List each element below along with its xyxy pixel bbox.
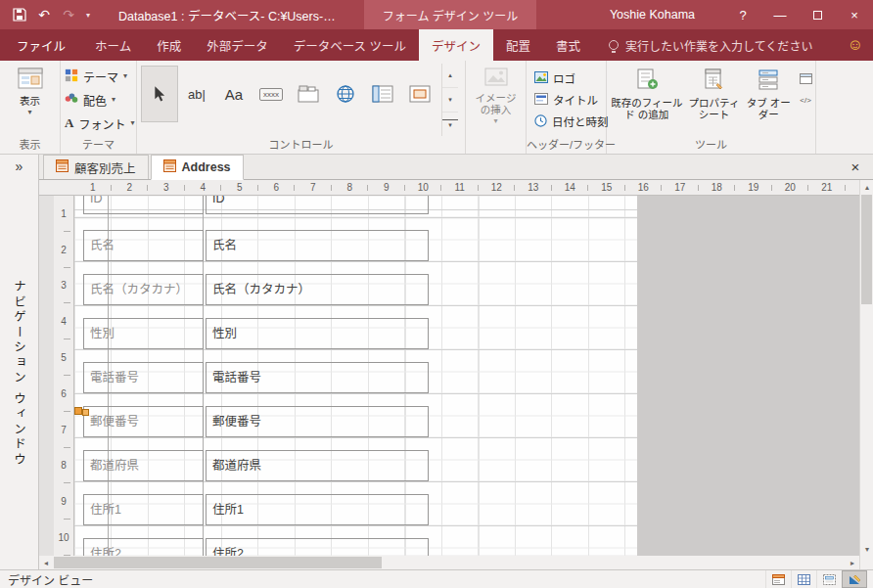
themes-button[interactable]: テーマ ▾ — [61, 65, 136, 88]
close-document-icon[interactable]: × — [846, 158, 865, 175]
view-button[interactable]: 表示 ▾ — [18, 64, 43, 136]
ribbon-tab-create[interactable]: 作成 — [144, 29, 194, 61]
form-textbox[interactable]: 氏名 — [206, 230, 429, 261]
navigation-control-icon[interactable] — [364, 66, 401, 122]
form-textbox[interactable]: 電話番号 — [206, 362, 429, 393]
navigation-pane-collapsed[interactable]: » ナビゲーション ウィンドウ — [0, 155, 39, 569]
ruler-number: 6 — [258, 180, 296, 195]
form-textbox[interactable]: 住所1 — [206, 494, 429, 525]
nav-pane-vertical-title[interactable]: ナビゲーション ウィンドウ — [0, 280, 38, 468]
gallery-scroll-up-icon[interactable]: ▴ — [442, 64, 458, 88]
scroll-right-arrow[interactable]: ▸ — [846, 556, 859, 569]
chevron-down-icon: ▾ — [112, 97, 115, 103]
title-icon — [534, 93, 548, 107]
gallery-more-icon[interactable]: ▾ — [442, 113, 458, 136]
gallery-scroll-down-icon[interactable]: ▾ — [442, 88, 458, 113]
ruler-number: 3 — [148, 180, 185, 195]
form-textbox[interactable]: ID — [206, 196, 429, 214]
horizontal-scroll-thumb[interactable] — [54, 557, 382, 568]
title-label: タイトル — [553, 92, 598, 108]
tell-me-box[interactable]: 実行したい作業を入力してください — [609, 29, 812, 61]
property-sheet-button[interactable]: プロパティ シート — [687, 64, 742, 136]
vertical-scrollbar[interactable]: ▴ ▾ — [859, 180, 873, 556]
selection-handle[interactable] — [74, 405, 92, 419]
form-view-button[interactable] — [765, 570, 791, 588]
text-box-control-icon[interactable]: ab| — [178, 66, 215, 122]
ruler-number: 2 — [54, 232, 73, 268]
title-button[interactable]: タイトル — [530, 89, 606, 111]
scroll-up-arrow[interactable]: ▴ — [860, 180, 873, 194]
add-existing-fields-button[interactable]: 既存のフィールド の追加 — [609, 64, 685, 136]
button-control-icon[interactable]: xxxx — [253, 66, 290, 122]
doc-tab-label: Address — [182, 160, 231, 174]
label-control-icon[interactable]: Aa — [215, 66, 253, 122]
picture-icon — [484, 68, 508, 89]
design-view-button[interactable] — [842, 570, 867, 588]
form-detail-section[interactable]: ID ID 氏名 氏名 氏名（カタカナ） 氏名（カタカナ） 性別 性別 電話番号… — [74, 196, 637, 556]
ribbon-tab-arrange[interactable]: 配置 — [493, 29, 543, 61]
form-label[interactable]: 氏名（カタカナ） — [83, 274, 204, 305]
subform-control-icon[interactable] — [401, 66, 438, 122]
form-label[interactable]: ID — [83, 196, 204, 214]
vertical-scroll-thumb[interactable] — [861, 195, 872, 304]
expand-nav-pane-icon[interactable]: » — [0, 155, 38, 178]
tab-order-icon — [757, 68, 780, 94]
minimize-button[interactable]: — — [761, 0, 799, 29]
form-textbox[interactable]: 郵便番号 — [206, 406, 429, 437]
select-pointer-icon[interactable] — [141, 66, 178, 122]
tab-control-icon[interactable] — [290, 66, 327, 122]
fonts-button[interactable]: A フォント ▾ — [61, 112, 136, 135]
nav-pane-title-text: ナビゲーション ウィンドウ — [10, 280, 28, 468]
save-icon[interactable] — [8, 3, 31, 26]
ruler-number: 9 — [368, 180, 405, 195]
web-browser-control-icon[interactable] — [327, 66, 364, 122]
form-doc-icon — [56, 159, 69, 175]
form-label[interactable]: 氏名 — [83, 230, 204, 261]
form-textbox[interactable]: 住所2 — [206, 538, 429, 556]
form-label[interactable]: 住所2 — [83, 538, 204, 556]
insert-image-button[interactable]: イメージ の挿入 ▾ — [466, 64, 526, 136]
new-window-icon[interactable] — [797, 69, 814, 87]
move-handle-icon[interactable] — [82, 409, 89, 416]
tab-order-button[interactable]: タブ オーダー — [743, 64, 794, 136]
horizontal-scrollbar[interactable]: ◂ ▸ — [39, 556, 873, 569]
ribbon-tab-external-data[interactable]: 外部データ — [194, 29, 281, 61]
form-textbox[interactable]: 都道府県 — [206, 450, 429, 481]
ribbon-tab-database-tools[interactable]: データベース ツール — [281, 29, 419, 61]
ruler-number: 15 — [588, 180, 625, 195]
ruler-number: 4 — [185, 180, 222, 195]
date-time-button[interactable]: 日付と時刻 — [530, 111, 606, 132]
form-label[interactable]: 郵便番号 — [83, 406, 204, 437]
logo-button[interactable]: ロゴ — [530, 68, 606, 89]
redo-icon[interactable]: ↷ — [57, 3, 80, 26]
ribbon-tab-file[interactable]: ファイル — [0, 29, 82, 61]
form-label[interactable]: 住所1 — [83, 494, 204, 525]
doc-tab-sales-by-customer[interactable]: 顧客別売上 — [43, 155, 149, 179]
colors-button[interactable]: 配色 ▾ — [61, 88, 136, 112]
scroll-left-arrow[interactable]: ◂ — [39, 556, 53, 569]
help-button[interactable]: ? — [724, 0, 761, 29]
form-textbox[interactable]: 性別 — [206, 318, 429, 349]
view-code-icon[interactable]: </> — [797, 91, 814, 109]
move-handle-icon[interactable] — [74, 407, 82, 415]
undo-icon[interactable]: ↶ — [32, 3, 56, 26]
customize-qat-icon[interactable]: ▾ — [81, 11, 95, 20]
close-button[interactable]: × — [836, 0, 873, 29]
form-label[interactable]: 都道府県 — [83, 450, 204, 481]
datasheet-view-button[interactable] — [791, 570, 816, 588]
ribbon-tab-home[interactable]: ホーム — [82, 29, 144, 61]
button-glyph: xxxx — [259, 88, 283, 101]
restore-icon — [813, 11, 822, 20]
account-user-name[interactable]: Yoshie Kohama — [610, 8, 695, 22]
design-canvas: ID ID 氏名 氏名 氏名（カタカナ） 氏名（カタカナ） 性別 性別 電話番号… — [74, 196, 859, 556]
form-textbox[interactable]: 氏名（カタカナ） — [206, 274, 429, 305]
scroll-down-arrow[interactable]: ▾ — [860, 542, 873, 556]
restore-button[interactable] — [799, 0, 836, 29]
form-label[interactable]: 電話番号 — [83, 362, 204, 393]
ribbon-tab-design[interactable]: デザイン — [419, 29, 493, 61]
form-label[interactable]: 性別 — [83, 318, 204, 349]
feedback-smiley-icon[interactable]: ☺ — [848, 37, 863, 53]
doc-tab-address[interactable]: Address — [151, 155, 244, 180]
layout-view-button[interactable] — [816, 570, 842, 588]
ribbon-tab-format[interactable]: 書式 — [543, 29, 593, 61]
